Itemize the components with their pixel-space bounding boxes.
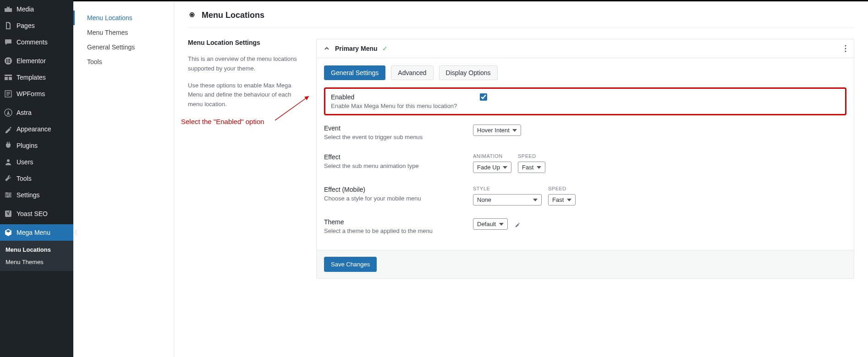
pages-icon <box>4 21 13 30</box>
settings-icon <box>4 190 13 200</box>
submenu-item-menu-themes[interactable]: Menu Themes <box>0 256 73 268</box>
intro-heading: Menu Location Settings <box>188 39 298 46</box>
svg-rect-1 <box>6 59 7 63</box>
row-effect-mobile: Effect (Mobile) Choose a style for your … <box>324 179 846 212</box>
location-pin-icon <box>188 11 196 20</box>
svg-point-15 <box>9 194 11 196</box>
plugins-icon <box>4 141 13 150</box>
page-header: Menu Locations <box>188 11 854 28</box>
sidebar-item-astra[interactable]: Astra <box>0 104 73 121</box>
sidebar-item-label: Pages <box>16 22 35 29</box>
svg-point-10 <box>7 159 10 162</box>
annotation-text: Select the "Enabled" option <box>181 118 264 125</box>
wp-admin-sidebar: Media Pages Comments Elementor Templates… <box>0 0 73 357</box>
event-desc: Select the event to trigger sub menus <box>324 134 473 141</box>
svg-point-20 <box>845 45 846 47</box>
row-event: Event Select the event to trigger sub me… <box>324 118 846 147</box>
subnav-general-settings[interactable]: General Settings <box>73 40 174 54</box>
svg-rect-4 <box>8 62 10 63</box>
effect-mobile-label: Effect (Mobile) <box>324 186 473 193</box>
effect-mobile-desc: Choose a style for your mobile menu <box>324 195 473 202</box>
tab-display-options[interactable]: Display Options <box>439 65 498 80</box>
svg-rect-6 <box>6 92 10 93</box>
subnav-menu-locations[interactable]: Menu Locations <box>73 11 174 25</box>
svg-point-16 <box>7 196 9 198</box>
event-label: Event <box>324 124 473 132</box>
yoast-icon <box>4 209 13 218</box>
content-area: Menu Locations Menu Location Settings Th… <box>174 1 868 357</box>
subnav-menu-themes[interactable]: Menu Themes <box>73 25 174 40</box>
tools-icon <box>4 174 13 183</box>
chevron-up-icon <box>324 46 330 51</box>
sidebar-item-label: Media <box>16 5 34 13</box>
sidebar-item-label: Elementor <box>16 57 46 65</box>
sidebar-item-label: Plugins <box>16 142 38 149</box>
intro-column: Menu Location Settings This is an overvi… <box>188 39 298 279</box>
elementor-icon <box>4 56 13 65</box>
tab-general-settings[interactable]: General Settings <box>324 65 385 80</box>
edit-theme-icon[interactable] <box>514 218 521 227</box>
sidebar-submenu: Menu Locations Menu Themes <box>0 241 73 271</box>
plugin-subnav: Menu Locations Menu Themes General Setti… <box>73 1 174 357</box>
sidebar-item-label: Settings <box>16 191 40 199</box>
save-changes-button[interactable]: Save Changes <box>324 257 377 272</box>
sidebar-item-wpforms[interactable]: WPForms <box>0 86 73 102</box>
sidebar-item-settings[interactable]: Settings <box>0 187 73 203</box>
sidebar-item-tools[interactable]: Tools <box>0 170 73 187</box>
sidebar-item-megamenu[interactable]: Mega Menu <box>0 224 73 241</box>
row-theme: Theme Select a theme to be applied to th… <box>324 212 846 241</box>
panel-footer: Save Changes <box>317 250 854 278</box>
wpforms-icon <box>4 89 13 98</box>
effect-label: Effect <box>324 153 473 161</box>
sidebar-item-templates[interactable]: Templates <box>0 69 73 86</box>
effect-speed-select[interactable]: Fast <box>518 162 545 173</box>
sidebar-item-label: Astra <box>16 109 32 116</box>
panel-header[interactable]: Primary Menu ✓ <box>317 39 854 58</box>
effect-animation-select[interactable]: Fade Up <box>473 162 511 173</box>
enabled-label: Enabled <box>331 93 480 101</box>
effect-mobile-style-select[interactable]: None <box>473 194 542 206</box>
sidebar-item-label: Appearance <box>16 125 51 133</box>
theme-select[interactable]: Default <box>473 218 508 230</box>
media-icon <box>4 5 13 14</box>
speed-sublabel: SPEED <box>548 186 576 191</box>
sidebar-item-media[interactable]: Media <box>0 1 73 17</box>
enabled-checkbox[interactable] <box>480 93 487 101</box>
animation-sublabel: ANIMATION <box>473 153 511 159</box>
subnav-tools[interactable]: Tools <box>73 54 174 69</box>
svg-rect-8 <box>6 95 9 96</box>
svg-rect-3 <box>8 60 10 61</box>
panel-tabs: General Settings Advanced Display Option… <box>317 58 854 87</box>
templates-icon <box>4 73 13 82</box>
sidebar-item-appearance[interactable]: Appearance <box>0 121 73 137</box>
sidebar-item-label: WPForms <box>16 90 45 97</box>
sidebar-item-pages[interactable]: Pages <box>0 17 73 34</box>
enabled-desc: Enable Max Mega Menu for this menu locat… <box>331 103 480 109</box>
theme-label: Theme <box>324 218 473 226</box>
appearance-icon <box>4 124 13 134</box>
sidebar-item-label: Tools <box>16 175 32 182</box>
sidebar-item-comments[interactable]: Comments <box>0 34 73 50</box>
effect-mobile-speed-select[interactable]: Fast <box>548 194 576 206</box>
svg-point-14 <box>6 192 8 194</box>
more-options-icon[interactable] <box>845 45 846 52</box>
megamenu-icon <box>4 228 13 237</box>
event-select[interactable]: Hover Intent <box>473 124 521 136</box>
comments-icon <box>4 38 13 47</box>
svg-point-19 <box>191 14 193 16</box>
check-icon: ✓ <box>382 45 388 52</box>
sidebar-item-yoast[interactable]: Yoast SEO <box>0 206 73 222</box>
menu-location-panel: Primary Menu ✓ General Settings Advanced… <box>316 39 854 279</box>
sidebar-item-plugins[interactable]: Plugins <box>0 137 73 154</box>
tab-advanced[interactable]: Advanced <box>391 65 433 80</box>
theme-desc: Select a theme to be applied to the menu <box>324 227 473 234</box>
sidebar-item-label: Templates <box>16 74 46 81</box>
sidebar-item-label: Yoast SEO <box>16 210 48 217</box>
speed-sublabel: SPEED <box>518 153 545 159</box>
sidebar-item-elementor[interactable]: Elementor <box>0 53 73 69</box>
row-enabled: Enabled Enable Max Mega Menu for this me… <box>324 87 846 115</box>
submenu-item-menu-locations[interactable]: Menu Locations <box>0 243 73 256</box>
sidebar-item-users[interactable]: Users <box>0 154 73 170</box>
sidebar-item-label: Comments <box>16 38 48 46</box>
sidebar-item-label: Users <box>16 158 33 166</box>
